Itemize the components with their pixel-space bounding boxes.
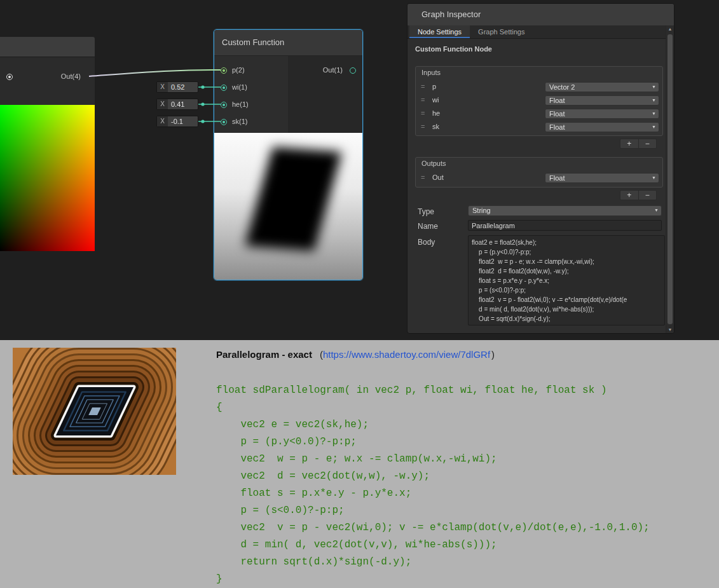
port-wi-icon[interactable]	[221, 85, 227, 91]
scroll-up-icon[interactable]: ▲	[666, 27, 674, 31]
float-field-sk[interactable]: X -0.1	[156, 116, 198, 127]
axis-x-label: X	[157, 99, 168, 109]
dropdown-value: Float	[549, 109, 565, 118]
code-line: vec2 w = p - e; w.x -= clamp(w.x,-wi,wi)…	[216, 451, 650, 468]
code-line: vec2 e = vec2(sk,he);	[216, 416, 650, 434]
port-row-he: he(1)	[214, 102, 362, 109]
port-he-icon[interactable]	[221, 102, 227, 108]
output-type-dropdown-out[interactable]: Float ▼	[545, 173, 659, 183]
chevron-down-icon: ▼	[654, 206, 659, 215]
chevron-down-icon: ▼	[652, 83, 656, 92]
inspector-titlebar[interactable]: Graph Inspector	[407, 4, 674, 26]
dropdown-value: Vector 2	[549, 83, 575, 92]
code-line: float sdParallelogram( in vec2 p, float …	[216, 382, 650, 399]
input-type-dropdown-p[interactable]: Vector 2 ▼	[545, 82, 659, 92]
reference-title: Parallelogram - exact	[216, 349, 312, 360]
dropdown-value: String	[472, 206, 491, 215]
uv-node-preview	[0, 105, 95, 251]
code-line: vec2 v = p - vec2(wi,0); v -= e*clamp(do…	[216, 519, 650, 537]
graph-canvas[interactable]: Out(4) X 0.52 X 0.41 X -0.1 Custom Funct…	[0, 0, 719, 340]
port-row-wi: wi(1)	[214, 85, 362, 92]
float-field-wi-value[interactable]: 0.52	[168, 82, 198, 92]
outputs-heading: Outputs	[421, 160, 446, 167]
input-type-dropdown-wi[interactable]: Float ▼	[545, 95, 659, 106]
drag-handle-icon[interactable]: =	[421, 174, 425, 181]
float-field-wi[interactable]: X 0.52	[156, 81, 198, 93]
port-out-label: Out(1)	[323, 66, 343, 74]
drag-handle-icon[interactable]: =	[421, 123, 425, 130]
chevron-down-icon: ▼	[652, 174, 656, 182]
inputs-heading: Inputs	[421, 69, 441, 76]
body-label: Body	[418, 238, 435, 247]
port-sk-icon[interactable]	[221, 119, 227, 125]
float-field-he-value[interactable]: 0.41	[168, 99, 198, 109]
name-field[interactable]	[468, 220, 662, 231]
code-line: vec2 d = vec2(dot(w,w), -w.y);	[216, 468, 650, 485]
tab-node-settings[interactable]: Node Settings	[409, 25, 470, 38]
tab-graph-settings[interactable]: Graph Settings	[470, 25, 533, 38]
drag-handle-icon[interactable]: =	[421, 109, 425, 117]
custom-function-node-header[interactable]: Custom Function	[214, 30, 362, 56]
port-out-icon[interactable]	[350, 67, 356, 74]
dropdown-value: Float	[549, 174, 565, 182]
input-name-he: he	[432, 109, 440, 117]
body-code-text: float2 e = float2(sk,he); p = (p.y<0.0)?…	[469, 236, 664, 325]
custom-function-node[interactable]: Custom Function p(2) Out(1) wi(1) he(1)	[214, 29, 363, 280]
inspector-node-heading: Custom Function Node	[415, 45, 492, 53]
inputs-group: Inputs = p Vector 2 ▼ = wi Float ▼	[415, 66, 663, 136]
scrollbar-thumb[interactable]	[668, 34, 673, 324]
type-dropdown[interactable]: String ▼	[468, 205, 662, 216]
graph-inspector-panel: Graph Inspector Node Settings Graph Sett…	[407, 3, 674, 334]
paren-close: )	[491, 349, 495, 360]
chevron-down-icon: ▼	[652, 109, 656, 118]
partial-node-header[interactable]	[0, 37, 95, 57]
float-field-he[interactable]: X 0.41	[156, 99, 198, 110]
reference-section: Parallelogram - exact(https://www.shader…	[0, 340, 719, 588]
out4-port-icon[interactable]	[6, 74, 13, 80]
remove-output-button[interactable]: −	[639, 191, 657, 200]
input-row-wi: = wi Float ▼	[416, 95, 662, 107]
add-input-button[interactable]: +	[620, 139, 639, 148]
code-line: float s = p.x*e.y - p.y*e.x;	[216, 485, 650, 502]
code-line: p = (s<0.0)?-p:p;	[216, 502, 650, 519]
outputs-add-remove-bar: + −	[620, 190, 657, 200]
drag-handle-icon[interactable]: =	[421, 83, 425, 90]
out4-port-label: Out(4)	[61, 72, 81, 80]
input-name-p: p	[432, 83, 436, 90]
scroll-down-icon[interactable]: ▼	[666, 327, 674, 332]
output-name-out: Out	[432, 174, 444, 181]
port-p-icon[interactable]	[221, 67, 227, 74]
shadertoy-link[interactable]: https://www.shadertoy.com/view/7dlGRf	[323, 349, 490, 360]
reference-heading: Parallelogram - exact(https://www.shader…	[216, 349, 495, 360]
body-code-textarea[interactable]: float2 e = float2(sk,he); p = (p.y<0.0)?…	[468, 235, 665, 325]
input-name-wi: wi	[432, 96, 439, 104]
input-type-dropdown-he[interactable]: Float ▼	[545, 109, 659, 119]
node-title: Custom Function	[222, 30, 284, 55]
inspector-scrollbar[interactable]: ▲ ▼	[666, 25, 674, 333]
remove-input-button[interactable]: −	[639, 139, 657, 148]
input-type-dropdown-sk[interactable]: Float ▼	[545, 122, 659, 132]
output-row-out: = Out Float ▼	[416, 172, 662, 185]
port-p-label: p(2)	[232, 66, 245, 74]
outputs-group: Outputs = Out Float ▼	[415, 157, 663, 188]
chevron-down-icon: ▼	[652, 96, 656, 105]
code-line: d = min( d, vec2(dot(v,v), wi*he-abs(s))…	[216, 537, 650, 554]
dropdown-value: Float	[549, 96, 565, 105]
float-field-sk-value[interactable]: -0.1	[168, 116, 198, 126]
input-row-sk: = sk Float ▼	[416, 121, 662, 134]
port-sk-label: sk(1)	[232, 118, 247, 125]
code-line: }	[216, 571, 650, 588]
port-row-sk: sk(1)	[214, 119, 362, 126]
input-row-he: = he Float ▼	[416, 108, 662, 121]
port-row-p: p(2) Out(1)	[214, 67, 362, 75]
input-name-sk: sk	[432, 123, 439, 130]
custom-function-node-preview	[214, 133, 362, 280]
drag-handle-icon[interactable]: =	[421, 96, 425, 104]
add-output-button[interactable]: +	[620, 191, 639, 200]
partial-node-body: Out(4)	[0, 57, 95, 105]
code-line: return sqrt(d.x)*sign(-d.y);	[216, 554, 650, 571]
code-line: {	[216, 399, 650, 416]
inputs-add-remove-bar: + −	[620, 139, 657, 149]
axis-x-label: X	[157, 82, 168, 92]
reference-code-block: float sdParallelogram( in vec2 p, float …	[216, 382, 650, 588]
